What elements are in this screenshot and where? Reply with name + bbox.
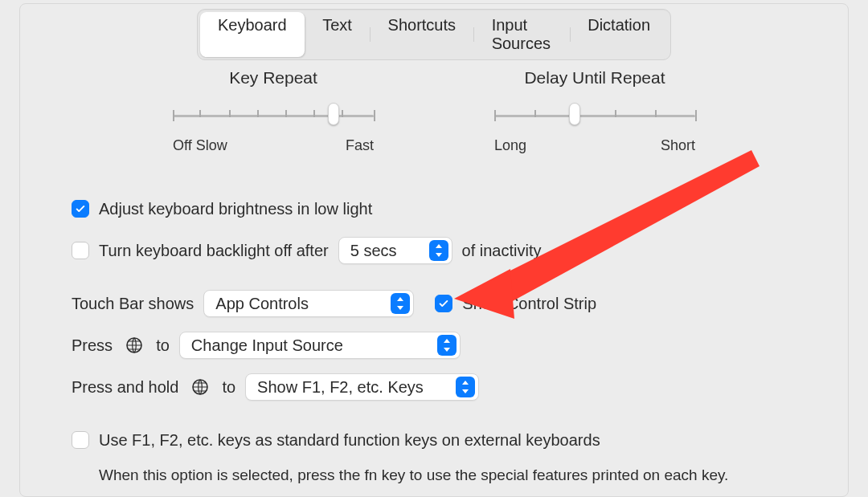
backlight-off-duration-value: 5 secs: [350, 242, 429, 260]
fn-keys-label: Use F1, F2, etc. keys as standard functi…: [99, 431, 600, 450]
fn-keys-description: When this option is selected, press the …: [99, 465, 790, 486]
delay-repeat-label-left: Long: [494, 137, 526, 154]
globe-icon: [191, 378, 209, 396]
backlight-off-duration-select[interactable]: 5 secs: [338, 237, 452, 264]
tab-text[interactable]: Text: [305, 12, 370, 57]
touch-bar-label: Touch Bar shows: [72, 295, 194, 313]
backlight-off-checkbox[interactable]: [72, 242, 89, 259]
press-globe-suffix: to: [156, 336, 170, 355]
stepper-icon: [391, 293, 410, 314]
show-control-strip-checkbox[interactable]: [435, 295, 452, 312]
tab-dictation[interactable]: Dictation: [570, 12, 668, 57]
press-globe-row: Press to Change Input Source: [72, 328, 796, 362]
hold-globe-value: Show F1, F2, etc. Keys: [257, 378, 456, 397]
key-repeat-slider[interactable]: [173, 105, 374, 128]
key-repeat-group: Key Repeat Off Slow Fast: [173, 68, 374, 154]
hold-globe-row: Press and hold to Show F1, F2, etc. Keys: [72, 370, 796, 404]
fn-keys-row: Use F1, F2, etc. keys as standard functi…: [72, 423, 796, 457]
delay-repeat-slider[interactable]: [494, 105, 695, 128]
keyboard-preferences-panel: Keyboard Text Shortcuts Input Sources Di…: [19, 3, 849, 497]
stepper-icon: [429, 240, 448, 261]
fn-keys-checkbox[interactable]: [72, 431, 89, 449]
adjust-brightness-row: Adjust keyboard brightness in low light: [72, 192, 796, 226]
hold-globe-select[interactable]: Show F1, F2, etc. Keys: [245, 373, 479, 401]
touch-bar-shows-value: App Controls: [215, 295, 391, 313]
globe-icon: [125, 336, 143, 354]
hold-globe-prefix: Press and hold: [72, 378, 178, 397]
sliders-row: Key Repeat Off Slow Fast Delay Until Rep…: [20, 68, 848, 154]
backlight-off-label: Turn keyboard backlight off after: [99, 242, 329, 260]
preferences-tabs: Keyboard Text Shortcuts Input Sources Di…: [197, 9, 671, 60]
delay-repeat-group: Delay Until Repeat Long Short: [494, 68, 695, 154]
backlight-off-row: Turn keyboard backlight off after 5 secs…: [72, 234, 796, 267]
hold-globe-suffix: to: [222, 378, 235, 397]
delay-repeat-title: Delay Until Repeat: [494, 68, 695, 88]
settings-rows: Adjust keyboard brightness in low light …: [72, 192, 796, 486]
stepper-icon: [456, 377, 475, 397]
tab-input-sources[interactable]: Input Sources: [474, 12, 570, 57]
show-control-strip-label: Show Control Strip: [462, 295, 596, 313]
adjust-brightness-label: Adjust keyboard brightness in low light: [99, 200, 372, 218]
press-globe-prefix: Press: [72, 336, 113, 355]
stepper-icon: [437, 335, 457, 356]
adjust-brightness-checkbox[interactable]: [72, 200, 89, 218]
press-globe-select[interactable]: Change Input Source: [179, 332, 461, 359]
delay-repeat-label-right: Short: [661, 137, 695, 154]
touch-bar-row: Touch Bar shows App Controls Show Contro…: [72, 287, 796, 320]
backlight-off-suffix: of inactivity: [462, 242, 542, 260]
tab-shortcuts[interactable]: Shortcuts: [371, 12, 473, 57]
tab-keyboard[interactable]: Keyboard: [200, 12, 305, 57]
key-repeat-title: Key Repeat: [173, 68, 374, 88]
touch-bar-shows-select[interactable]: App Controls: [203, 290, 414, 317]
key-repeat-label-left: Off Slow: [173, 137, 227, 154]
press-globe-value: Change Input Source: [191, 336, 437, 355]
key-repeat-label-right: Fast: [346, 137, 374, 154]
